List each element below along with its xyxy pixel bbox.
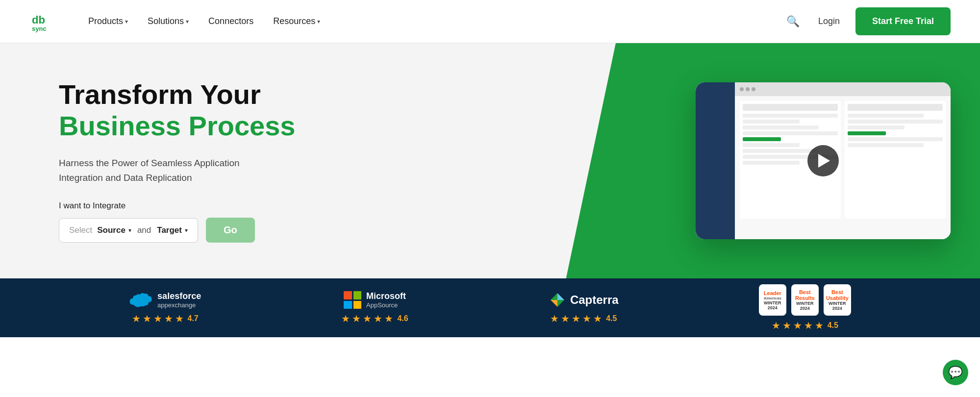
star-icon: ★ (363, 313, 372, 324)
nav-links: Products ▾ Solutions ▾ Connectors Resour… (80, 12, 783, 30)
g2-year2: 2024 (832, 306, 842, 311)
star-icon: ★ (132, 313, 141, 324)
capterra-text: Capterra (570, 293, 619, 307)
bottom-strip: salesforce appexchange ★ ★ ★ ★ ★ 4.7 Mic… (0, 278, 980, 337)
ms-blue-square (344, 301, 352, 309)
star-icon: ★ (772, 320, 780, 331)
g2-leader-badge: Leader Americas WINTER 2024 (759, 284, 786, 316)
microsoft-grid-icon (344, 291, 361, 309)
play-button[interactable] (807, 145, 839, 176)
g2-rating-num: 4.5 (828, 321, 838, 330)
nav-item-solutions[interactable]: Solutions ▾ (140, 12, 197, 30)
g2-year: WINTER (796, 301, 814, 306)
star-icon: ★ (572, 313, 580, 324)
source-target-selector[interactable]: Select Source ▾ and Target ▾ (59, 218, 198, 243)
target-value: Target (157, 225, 182, 235)
g2-year: WINTER (829, 301, 846, 306)
select-prefix-label: Select (69, 225, 92, 235)
star-half-icon: ★ (175, 313, 184, 324)
g2-label: Usability (826, 295, 849, 301)
hero-right (343, 43, 980, 278)
target-caret-icon: ▾ (185, 227, 188, 234)
login-button[interactable]: Login (812, 13, 846, 29)
integrate-label: I want to Integrate (59, 201, 304, 211)
g2-best-usability-badge: Best Usability WINTER 2024 (824, 284, 851, 316)
g2-year2: 2024 (800, 306, 810, 311)
mockup-panel-right (845, 101, 946, 219)
go-button[interactable]: Go (206, 218, 255, 243)
g2-year: WINTER (764, 300, 781, 305)
salesforce-badge: salesforce appexchange ★ ★ ★ ★ ★ 4.7 (129, 291, 201, 324)
svg-marker-4 (557, 293, 564, 300)
mockup-content (735, 96, 951, 223)
mockup-line (743, 161, 800, 165)
mockup-dot-1 (740, 87, 744, 91)
mockup-line (743, 149, 819, 153)
star-icon: ★ (804, 320, 813, 331)
logo[interactable]: db sync (29, 9, 57, 34)
hero-select-row: Select Source ▾ and Target ▾ Go (59, 218, 304, 243)
hero-left: Transform Your Business Process Harness … (0, 50, 343, 273)
mockup-line (743, 120, 800, 124)
start-free-trial-button[interactable]: Start Free Trial (855, 7, 951, 35)
mockup-panel-header (743, 104, 838, 111)
salesforce-logo-row: salesforce appexchange (129, 291, 201, 309)
microsoft-logo-row: Microsoft AppSource (344, 291, 406, 309)
chevron-down-icon: ▾ (317, 18, 320, 25)
mockup-line-accent (848, 131, 886, 135)
mockup-dot-3 (752, 87, 755, 91)
chevron-down-icon: ▾ (186, 18, 189, 25)
star-icon: ★ (164, 313, 173, 324)
mockup-line (848, 143, 924, 147)
capterra-badge: Capterra ★ ★ ★ ★ ★ 4.5 (549, 291, 619, 324)
play-triangle-icon (818, 154, 830, 168)
hero-subtitle: Harness the Power of Seamless Applicatio… (59, 156, 304, 186)
g2-rating: ★ ★ ★ ★ ★ 4.5 (772, 320, 838, 331)
star-half-icon: ★ (593, 313, 602, 324)
nav-item-products[interactable]: Products ▾ (80, 12, 136, 30)
mockup-line (743, 143, 800, 147)
g2-badges-group: Leader Americas WINTER 2024 Best Results… (759, 284, 851, 331)
capterra-rating-num: 4.5 (606, 314, 617, 323)
nav-right: 🔍 Login Start Free Trial (783, 7, 951, 35)
g2-label: Best (799, 289, 811, 295)
svg-marker-5 (551, 300, 557, 307)
mockup-line (848, 120, 943, 124)
star-icon: ★ (374, 313, 382, 324)
g2-label: Results (795, 295, 815, 301)
star-icon: ★ (782, 320, 791, 331)
salesforce-text: salesforce appexchange (157, 291, 201, 309)
ms-yellow-square (353, 301, 362, 309)
mockup-line (743, 114, 838, 118)
g2-year2: 2024 (768, 305, 778, 310)
search-icon[interactable]: 🔍 (783, 12, 803, 31)
chevron-down-icon: ▾ (125, 18, 128, 25)
source-caret-icon: ▾ (128, 227, 131, 234)
dashboard-mockup[interactable] (696, 82, 951, 239)
capterra-logo-row: Capterra (549, 291, 619, 309)
capterra-logo-icon (549, 291, 566, 309)
svg-marker-3 (551, 293, 557, 300)
and-text: and (137, 225, 151, 235)
ms-red-square (344, 291, 352, 299)
svg-text:db: db (32, 14, 45, 26)
microsoft-text: Microsoft AppSource (366, 291, 406, 309)
star-icon: ★ (143, 313, 151, 324)
star-icon: ★ (341, 313, 350, 324)
salesforce-rating-num: 4.7 (188, 314, 199, 323)
mockup-line (848, 125, 905, 129)
svg-text:sync: sync (32, 25, 47, 32)
nav-item-resources[interactable]: Resources ▾ (265, 12, 328, 30)
star-icon: ★ (561, 313, 570, 324)
g2-label: Best (831, 289, 843, 295)
mockup-line (848, 137, 943, 141)
star-icon: ★ (153, 313, 162, 324)
star-icon: ★ (550, 313, 559, 324)
star-icon: ★ (793, 320, 802, 331)
mockup-header (735, 82, 951, 96)
hero-section: Transform Your Business Process Harness … (0, 43, 980, 278)
microsoft-rating-num: 4.6 (397, 314, 408, 323)
g2-label: Leader (764, 290, 781, 296)
mockup-sidebar (696, 82, 735, 239)
nav-item-connectors[interactable]: Connectors (201, 12, 261, 30)
